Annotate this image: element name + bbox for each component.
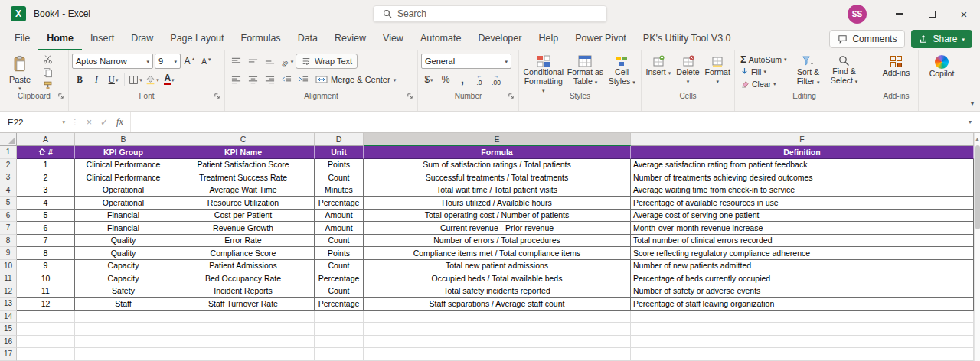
formula-bar-expand-button[interactable]: ▾ — [960, 112, 980, 132]
row-header-14[interactable]: 14 — [0, 311, 17, 324]
cell-F3[interactable]: Number of treatments achieving desired o… — [631, 171, 974, 184]
row-header-2[interactable]: 2 — [0, 159, 17, 172]
cut-button[interactable] — [39, 54, 56, 65]
cell-C17[interactable] — [172, 348, 315, 361]
cell-A5[interactable]: 4 — [17, 197, 75, 210]
cell-C7[interactable]: Revenue Growth — [172, 222, 315, 235]
row-header-17[interactable]: 17 — [0, 348, 17, 361]
tab-view[interactable]: View — [374, 28, 412, 50]
paste-button[interactable]: Paste ▾ — [3, 54, 37, 91]
cell-A17[interactable] — [17, 348, 75, 361]
minimize-button[interactable] — [884, 0, 916, 28]
insert-function-button[interactable]: fx — [116, 116, 123, 128]
cell-C1[interactable]: KPI Name — [172, 146, 315, 159]
autosum-button[interactable]: ΣAutoSum▾ — [738, 54, 789, 65]
cell-D4[interactable]: Minutes — [315, 184, 364, 197]
cell-E14[interactable] — [364, 311, 631, 324]
cell-C13[interactable]: Staff Turnover Rate — [172, 298, 315, 311]
cell-C6[interactable]: Cost per Patient — [172, 210, 315, 223]
cell-B11[interactable]: Capacity — [75, 272, 172, 285]
column-header-A[interactable]: A — [17, 133, 75, 146]
comments-button[interactable]: Comments — [829, 30, 905, 48]
cell-C10[interactable]: Patient Admissions — [172, 260, 315, 273]
cell-C14[interactable] — [172, 311, 315, 324]
cell-A3[interactable]: 2 — [17, 171, 75, 184]
cell-F7[interactable]: Month-over-month revenue increase — [631, 222, 974, 235]
clear-button[interactable]: Clear▾ — [738, 78, 789, 89]
column-header-B[interactable]: B — [75, 133, 172, 146]
cell-B3[interactable]: Clinical Performance — [75, 171, 172, 184]
align-right-button[interactable] — [262, 72, 277, 87]
increase-font-size-button[interactable]: A▲ — [182, 54, 198, 69]
row-header-10[interactable]: 10 — [0, 260, 17, 273]
alignment-dialog-launcher[interactable] — [407, 93, 413, 99]
cell-A11[interactable]: 10 — [17, 272, 75, 285]
row-header-6[interactable]: 6 — [0, 210, 17, 223]
font-dialog-launcher[interactable] — [214, 93, 220, 99]
conditional-formatting-button[interactable]: Conditional Formatting ▾ — [522, 54, 565, 94]
orientation-button[interactable]: ab ▾ — [279, 54, 294, 69]
vertical-scrollbar[interactable]: ▲ — [974, 133, 980, 361]
tab-pk-s-utility-tool-v3-0[interactable]: PK's Utility Tool V3.0 — [635, 28, 740, 50]
scrollbar-thumb[interactable] — [975, 145, 980, 229]
cell-B10[interactable]: Capacity — [75, 260, 172, 273]
tab-power-pivot[interactable]: Power Pivot — [567, 28, 635, 50]
cell-A13[interactable]: 12 — [17, 298, 75, 311]
align-middle-button[interactable] — [245, 54, 260, 69]
row-header-8[interactable]: 8 — [0, 235, 17, 248]
tab-file[interactable]: File — [6, 28, 38, 50]
borders-button[interactable]: ▾ — [128, 72, 143, 87]
align-center-button[interactable] — [245, 72, 260, 87]
cell-D5[interactable]: Percentage — [315, 197, 364, 210]
cell-A10[interactable]: 9 — [17, 260, 75, 273]
cell-E2[interactable]: Sum of satisfaction ratings / Total pati… — [364, 159, 631, 172]
align-top-button[interactable] — [228, 54, 243, 69]
addins-button[interactable]: Add-ins — [878, 54, 915, 77]
cell-B2[interactable]: Clinical Performance — [75, 159, 172, 172]
column-header-C[interactable]: C — [172, 133, 315, 146]
cell-C11[interactable]: Bed Occupancy Rate — [172, 272, 315, 285]
font-name-select[interactable]: Aptos Narrow▾ — [72, 54, 153, 69]
cell-C2[interactable]: Patient Satisfaction Score — [172, 159, 315, 172]
currency-format-button[interactable]: $▾ — [421, 72, 436, 87]
cell-F4[interactable]: Average waiting time from check-in to se… — [631, 184, 974, 197]
cell-C15[interactable] — [172, 323, 315, 336]
row-header-5[interactable]: 5 — [0, 197, 17, 210]
cell-D13[interactable]: Percentage — [315, 298, 364, 311]
cell-E17[interactable] — [364, 348, 631, 361]
cell-F10[interactable]: Number of new patients admitted — [631, 260, 974, 273]
select-all-button[interactable] — [0, 133, 17, 146]
cell-D8[interactable]: Count — [315, 235, 364, 248]
row-header-9[interactable]: 9 — [0, 247, 17, 260]
cell-D3[interactable]: Count — [315, 171, 364, 184]
cell-F17[interactable] — [631, 348, 974, 361]
fill-button[interactable]: Fill▾ — [738, 66, 789, 77]
copilot-button[interactable]: Copilot — [923, 54, 961, 78]
cell-F6[interactable]: Average cost of serving one patient — [631, 210, 974, 223]
align-bottom-button[interactable] — [262, 54, 277, 69]
format-as-table-button[interactable]: Format as Table ▾ — [567, 54, 604, 86]
cell-B7[interactable]: Financial — [75, 222, 172, 235]
cell-F2[interactable]: Average satisfaction rating from patient… — [631, 159, 974, 172]
cancel-button[interactable]: × — [87, 117, 92, 128]
font-size-select[interactable]: 9▾ — [155, 54, 181, 69]
tab-home[interactable]: Home — [38, 28, 82, 50]
cell-E15[interactable] — [364, 323, 631, 336]
cell-D16[interactable] — [315, 336, 364, 349]
cell-C9[interactable]: Compliance Score — [172, 247, 315, 260]
cell-styles-button[interactable]: Cell Styles ▾ — [606, 54, 638, 86]
sort-filter-button[interactable]: Sort & Filter ▾ — [792, 54, 825, 86]
cell-F15[interactable] — [631, 323, 974, 336]
tab-page-layout[interactable]: Page Layout — [162, 28, 232, 50]
cell-B16[interactable] — [75, 336, 172, 349]
cell-B13[interactable]: Staff — [75, 298, 172, 311]
cell-F14[interactable] — [631, 311, 974, 324]
excel-app-icon[interactable]: X — [11, 6, 26, 21]
cell-D10[interactable]: Count — [315, 260, 364, 273]
row-header-4[interactable]: 4 — [0, 184, 17, 197]
cell-E7[interactable]: Current revenue - Prior revenue — [364, 222, 631, 235]
cell-F9[interactable]: Score reflecting regulatory compliance a… — [631, 247, 974, 260]
tab-help[interactable]: Help — [530, 28, 567, 50]
enter-button[interactable]: ✓ — [100, 117, 108, 128]
tab-formulas[interactable]: Formulas — [233, 28, 289, 50]
